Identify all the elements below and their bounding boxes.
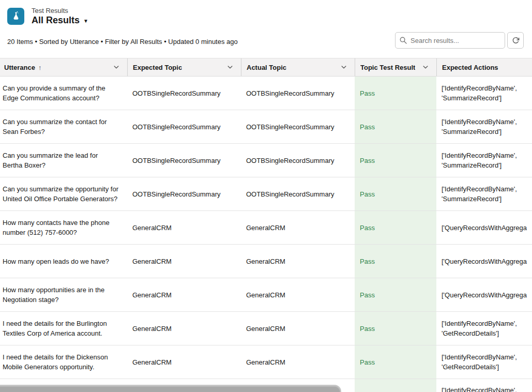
cell-expected-actions: ['IdentifyRecordByName',: [436, 379, 532, 392]
cell-text: GeneralCRM: [246, 324, 285, 334]
column-header-label: Actual Topic: [247, 64, 286, 71]
cell-text: GeneralCRM: [246, 357, 285, 367]
cell-text: OOTBSingleRecordSummary: [132, 122, 221, 132]
column-header-utterance[interactable]: Utterance↑: [0, 58, 127, 76]
pass-badge: Pass: [360, 88, 375, 98]
cell-actual-topic: OOTBSingleRecordSummary: [241, 144, 355, 177]
cell-result: Pass: [355, 144, 436, 177]
view-label: All Results: [32, 15, 80, 25]
cell-expected-topic: GeneralCRM: [127, 245, 241, 278]
cell-text: ['QueryRecordsWithAggrega: [442, 257, 527, 266]
dropdown-arrow-icon: ▼: [83, 18, 88, 24]
column-header-actual-topic[interactable]: Actual Topic: [241, 58, 355, 76]
cell-expected-actions: ['QueryRecordsWithAggrega: [436, 278, 532, 311]
cell-result: Pass: [355, 110, 436, 143]
cell-result: Pass: [355, 177, 436, 210]
cell-actual-topic: OOTBSingleRecordSummary: [241, 77, 355, 110]
cell-text: I need the details for the Burlington Te…: [3, 319, 119, 338]
cell-text: OOTBSingleRecordSummary: [246, 189, 335, 199]
cell-text: How many contacts have the phone number …: [3, 218, 119, 237]
cell-expected-actions: ['IdentifyRecordByName', 'GetRecordDetai…: [436, 312, 532, 345]
column-menu-chevron-down-icon[interactable]: [422, 64, 429, 71]
cell-text: ['QueryRecordsWithAggrega: [442, 290, 527, 300]
cell-text: How many open leads do we have?: [3, 257, 109, 266]
cell-text: GeneralCRM: [132, 357, 172, 367]
cell-expected-topic: GeneralCRM: [127, 211, 241, 244]
test-results-page: Test Results All Results ▼ 20 Items • So…: [0, 0, 532, 392]
refresh-button[interactable]: [507, 32, 524, 49]
cell-actual-topic: OOTBSingleRecordSummary: [241, 177, 355, 210]
column-header-expected-actions[interactable]: Expected Actions: [436, 58, 532, 76]
horizontal-scrollbar-thumb[interactable]: [0, 385, 341, 392]
cell-result: Pass: [355, 211, 436, 244]
cell-text: ['IdentifyRecordByName', 'SummarizeRecor…: [442, 184, 532, 204]
cell-text: OOTBSingleRecordSummary: [132, 156, 221, 165]
cell-text: ['IdentifyRecordByName', 'SummarizeRecor…: [442, 83, 532, 103]
cell-actual-topic: OOTBSingleRecordSummary: [241, 110, 355, 143]
table-row: I need the details for the Burlington Te…: [0, 312, 532, 345]
cell-text: Can you summarize the lead for Bertha Bo…: [3, 150, 119, 170]
cell-expected-topic: GeneralCRM: [127, 312, 241, 345]
cell-expected-topic: OOTBSingleRecordSummary: [127, 177, 241, 210]
cell-text: ['QueryRecordsWithAggrega: [442, 223, 527, 233]
cell-expected-actions: ['QueryRecordsWithAggrega: [436, 245, 532, 278]
cell-text: GeneralCRM: [132, 223, 172, 233]
cell-expected-topic: GeneralCRM: [127, 278, 241, 311]
column-header-topic-test-result[interactable]: Topic Test Result: [355, 58, 436, 76]
cell-text: I need the details for the Dickenson Mob…: [3, 352, 119, 372]
cell-text: ['IdentifyRecordByName', 'GetRecordDetai…: [442, 319, 532, 338]
cell-expected-actions: ['IdentifyRecordByName', 'SummarizeRecor…: [436, 177, 532, 210]
title-block: Test Results All Results ▼: [32, 7, 88, 25]
table-row: Can you summarize the lead for Bertha Bo…: [0, 144, 532, 177]
cell-text: OOTBSingleRecordSummary: [132, 88, 221, 98]
flask-glyph: [10, 10, 22, 22]
cell-result: [355, 379, 436, 392]
cell-result: Pass: [355, 245, 436, 278]
column-menu-chevron-down-icon[interactable]: [340, 64, 347, 71]
table-row: How many contacts have the phone number …: [0, 211, 532, 245]
cell-text: Can you summarize the opportunity for Un…: [3, 184, 119, 204]
cell-utterance: How many contacts have the phone number …: [0, 211, 127, 244]
cell-text: ['IdentifyRecordByName',: [442, 385, 517, 392]
pass-badge: Pass: [360, 223, 375, 233]
refresh-icon: [512, 37, 520, 44]
column-menu-chevron-down-icon[interactable]: [226, 64, 234, 71]
cell-actual-topic: GeneralCRM: [241, 345, 355, 379]
view-selector[interactable]: All Results ▼: [32, 15, 88, 25]
cell-expected-topic: OOTBSingleRecordSummary: [127, 77, 241, 110]
table-row: Can you provide a summary of the Edge Co…: [0, 77, 532, 110]
table-body: Can you provide a summary of the Edge Co…: [0, 77, 532, 392]
cell-expected-topic: OOTBSingleRecordSummary: [127, 110, 241, 143]
cell-utterance: How many open leads do we have?: [0, 245, 127, 278]
cell-actual-topic: GeneralCRM: [241, 278, 355, 311]
cell-text: Can you provide a summary of the Edge Co…: [3, 83, 119, 103]
cell-text: ['IdentifyRecordByName', 'GetRecordDetai…: [442, 352, 532, 372]
cell-text: GeneralCRM: [246, 223, 285, 233]
cell-actual-topic: GeneralCRM: [241, 211, 355, 244]
cell-expected-actions: ['IdentifyRecordByName', 'SummarizeRecor…: [436, 77, 532, 110]
cell-utterance: Can you summarize the contact for Sean F…: [0, 110, 127, 143]
cell-actual-topic: GeneralCRM: [241, 245, 355, 278]
cell-expected-actions: ['QueryRecordsWithAggrega: [436, 211, 532, 244]
cell-result: Pass: [355, 278, 436, 311]
cell-text: OOTBSingleRecordSummary: [246, 88, 335, 98]
cell-actual-topic: GeneralCRM: [241, 312, 355, 345]
search-input[interactable]: [411, 37, 500, 44]
table-row: I need the details for the Dickenson Mob…: [0, 345, 532, 379]
cell-text: GeneralCRM: [246, 257, 285, 266]
cell-expected-topic: GeneralCRM: [127, 345, 241, 379]
table-row: How many opportunities are in the Negoti…: [0, 278, 532, 312]
pass-badge: Pass: [360, 257, 375, 266]
cell-text: GeneralCRM: [132, 257, 172, 266]
cell-result: Pass: [355, 312, 436, 345]
cell-expected-actions: ['IdentifyRecordByName', 'SummarizeRecor…: [436, 144, 532, 177]
cell-expected-topic: OOTBSingleRecordSummary: [127, 144, 241, 177]
pass-badge: Pass: [360, 290, 375, 300]
toolbar-actions: [395, 32, 524, 49]
column-header-label: Topic Test Result: [360, 64, 415, 71]
cell-expected-actions: ['IdentifyRecordByName', 'SummarizeRecor…: [436, 110, 532, 143]
entity-label: Test Results: [32, 7, 88, 14]
column-menu-chevron-down-icon[interactable]: [113, 64, 120, 71]
results-table: Utterance↑Expected TopicActual TopicTopi…: [0, 58, 532, 392]
column-header-expected-topic[interactable]: Expected Topic: [127, 58, 241, 76]
